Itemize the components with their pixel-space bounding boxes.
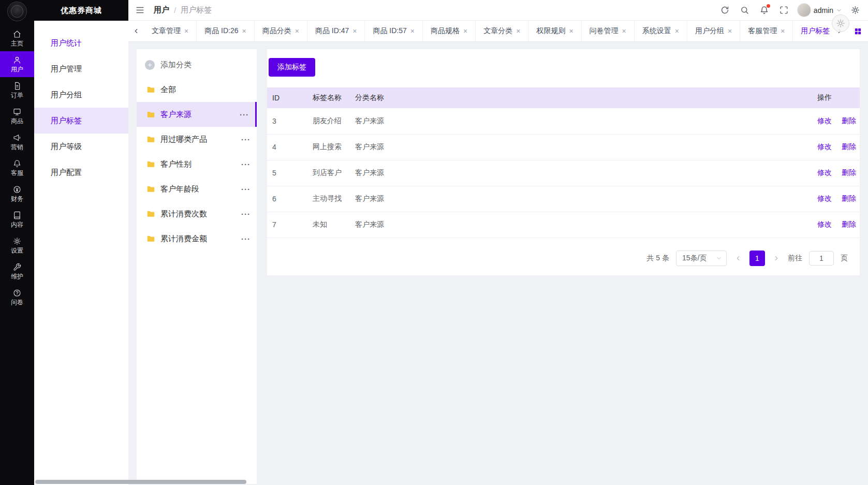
more-options-icon[interactable]: ··· xyxy=(241,135,251,144)
rail-item-finance[interactable]: 财务 xyxy=(0,181,34,207)
tab-close-icon[interactable]: × xyxy=(295,27,299,35)
rail-item-settings[interactable]: 设置 xyxy=(0,232,34,258)
rail-item-goods[interactable]: 商品 xyxy=(0,103,34,129)
category-item[interactable]: 用过哪类产品 ··· xyxy=(137,127,257,152)
tab[interactable]: 商品 ID:26 × xyxy=(197,21,255,41)
add-category-label: 添加分类 xyxy=(160,60,192,70)
fullscreen-button[interactable] xyxy=(777,4,790,17)
floating-settings-button[interactable] xyxy=(832,14,849,32)
more-options-icon[interactable]: ··· xyxy=(241,210,251,218)
category-item[interactable]: 客户来源 ··· xyxy=(137,102,257,127)
rail-item-label: 商品 xyxy=(11,118,23,124)
user-menu[interactable]: admin xyxy=(797,3,842,17)
add-category-button[interactable]: + 添加分类 xyxy=(137,52,257,77)
tab[interactable]: 商品分类 × xyxy=(255,21,307,41)
sidebar-item[interactable]: 用户配置 xyxy=(34,159,128,185)
sidebar-item[interactable]: 用户管理 xyxy=(34,56,128,82)
tab[interactable]: 用户标签 × xyxy=(793,21,832,41)
rail-item-users[interactable]: 用户 xyxy=(0,51,34,77)
rail-item-survey[interactable]: 问卷 xyxy=(0,284,34,310)
tab-close-icon[interactable]: × xyxy=(184,27,188,35)
category-item[interactable]: 累计消费金额 ··· xyxy=(137,226,257,251)
sidebar-item[interactable]: 用户等级 xyxy=(34,134,128,159)
menu-toggle-button[interactable] xyxy=(134,4,146,17)
sidebar-item[interactable]: 用户统计 xyxy=(34,30,128,56)
service-bell-icon xyxy=(13,159,21,168)
more-options-icon[interactable]: ··· xyxy=(241,234,251,243)
more-options-icon[interactable]: ··· xyxy=(241,160,251,169)
notifications-button[interactable] xyxy=(758,4,771,17)
tab[interactable]: 系统设置 × xyxy=(635,21,687,41)
layout-settings-button[interactable] xyxy=(849,4,862,17)
next-page-button[interactable] xyxy=(772,254,781,263)
tab[interactable]: 文章分类 × xyxy=(476,21,528,41)
more-options-icon[interactable]: ··· xyxy=(240,110,249,119)
app-logo xyxy=(7,2,27,21)
tab[interactable]: 商品规格 × xyxy=(423,21,476,41)
tab-close-icon[interactable]: × xyxy=(242,27,246,35)
rail-item-label: 维护 xyxy=(11,273,23,280)
delete-link[interactable]: 删除 xyxy=(842,142,856,151)
tab-close-icon[interactable]: × xyxy=(463,27,467,35)
wrench-icon xyxy=(13,263,21,271)
tab[interactable]: 商品 ID:57 × xyxy=(365,21,423,41)
rail-item-content[interactable]: 内容 xyxy=(0,207,34,232)
notification-badge xyxy=(767,4,770,8)
tab-close-icon[interactable]: × xyxy=(569,27,573,35)
refresh-button[interactable] xyxy=(718,4,731,17)
horizontal-scrollbar-thumb[interactable] xyxy=(35,480,246,484)
prev-page-button[interactable] xyxy=(733,254,743,263)
delete-link[interactable]: 删除 xyxy=(842,220,856,228)
search-icon xyxy=(740,6,749,14)
rail-item-label: 客服 xyxy=(11,170,23,176)
goto-page-input[interactable] xyxy=(809,251,834,266)
rail-item-label: 问卷 xyxy=(11,299,23,305)
edit-link[interactable]: 修改 xyxy=(817,194,832,202)
rail-item-maintenance[interactable]: 维护 xyxy=(0,258,34,284)
page-size-select[interactable]: 15条/页 xyxy=(676,251,727,266)
tab[interactable]: 客服管理 × xyxy=(740,21,793,41)
tab-close-icon[interactable]: × xyxy=(622,27,626,35)
order-icon xyxy=(13,82,21,90)
rail-item-home[interactable]: 主页 xyxy=(0,25,34,51)
sidebar-item[interactable]: 用户分组 xyxy=(34,82,128,108)
tab[interactable]: 权限规则 × xyxy=(528,21,581,41)
tabs-overview-button[interactable] xyxy=(847,21,868,41)
total-count: 共 5 条 xyxy=(646,254,669,263)
delete-link[interactable]: 删除 xyxy=(842,194,856,202)
add-label-button[interactable]: 添加标签 xyxy=(269,58,315,77)
category-item[interactable]: 累计消费次数 ··· xyxy=(137,201,257,226)
tab-close-icon[interactable]: × xyxy=(781,27,785,35)
rail-item-marketing[interactable]: 营销 xyxy=(0,129,34,155)
category-item[interactable]: 客户性别 ··· xyxy=(137,152,257,177)
more-options-icon[interactable]: ··· xyxy=(241,185,251,194)
table-row: 4 网上搜索 客户来源 修改 删除 xyxy=(267,134,860,160)
tab[interactable]: 用户分组 × xyxy=(687,21,740,41)
tab-close-icon[interactable]: × xyxy=(728,27,732,35)
rail-item-service[interactable]: 客服 xyxy=(0,155,34,181)
tab[interactable]: 问卷管理 × xyxy=(582,21,635,41)
edit-link[interactable]: 修改 xyxy=(817,142,832,151)
avatar xyxy=(797,3,811,17)
rail-item-orders[interactable]: 订单 xyxy=(0,77,34,103)
delete-link[interactable]: 删除 xyxy=(842,116,856,125)
sidebar-item[interactable]: 用户标签 xyxy=(34,108,128,134)
tab[interactable]: 商品 ID:47 × xyxy=(307,21,365,41)
tab-close-icon[interactable]: × xyxy=(675,27,679,35)
category-item[interactable]: 全部 ··· xyxy=(137,77,257,102)
app-title: 优惠券商城 xyxy=(34,0,128,21)
edit-link[interactable]: 修改 xyxy=(817,220,832,228)
edit-link[interactable]: 修改 xyxy=(817,116,832,125)
page-unit-label: 页 xyxy=(841,254,848,263)
tabs-scroll-left-button[interactable] xyxy=(128,21,144,41)
category-item[interactable]: 客户年龄段 ··· xyxy=(137,177,257,201)
current-page[interactable]: 1 xyxy=(749,251,765,266)
search-button[interactable] xyxy=(738,4,751,17)
cell-id: 3 xyxy=(267,108,307,134)
tab-close-icon[interactable]: × xyxy=(516,27,520,35)
tab[interactable]: 文章管理 × xyxy=(144,21,197,41)
tab-close-icon[interactable]: × xyxy=(410,27,415,35)
delete-link[interactable]: 删除 xyxy=(842,168,856,177)
edit-link[interactable]: 修改 xyxy=(817,168,832,177)
tab-close-icon[interactable]: × xyxy=(352,27,357,35)
